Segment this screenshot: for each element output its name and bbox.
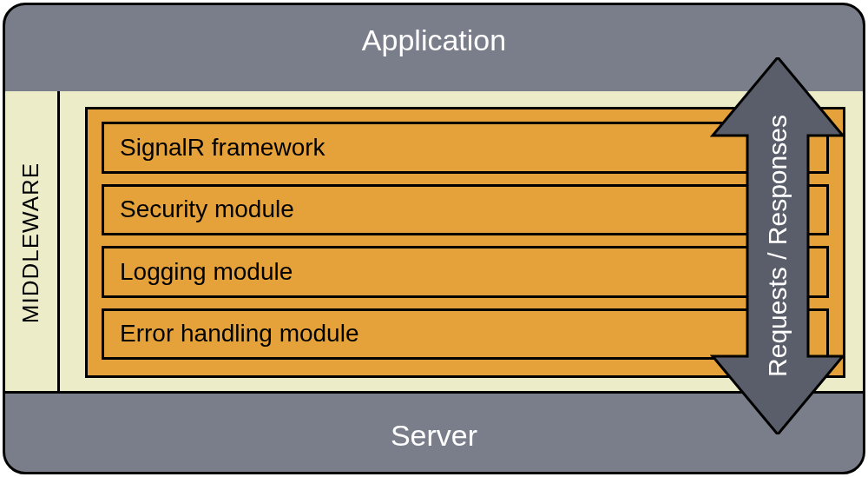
application-label: Application (362, 23, 506, 56)
module-row: Error handling module (102, 308, 829, 361)
middleware-label-strip: MIDDLEWARE (5, 91, 60, 394)
application-bar: Application (5, 5, 863, 94)
middleware-stack: SignalR framework Security module Loggin… (85, 107, 845, 378)
module-label: Error handling module (120, 320, 359, 348)
module-row: SignalR framework (102, 122, 829, 174)
module-label: Security module (120, 195, 294, 223)
server-bar: Server (5, 391, 863, 472)
module-row: Logging module (102, 246, 829, 298)
server-label: Server (391, 419, 477, 452)
module-row: Security module (102, 184, 829, 236)
middleware-band: MIDDLEWARE SignalR framework Security mo… (5, 91, 863, 394)
diagram-frame: Application MIDDLEWARE SignalR framework… (3, 3, 865, 474)
module-label: Logging module (120, 258, 293, 286)
middleware-label: MIDDLEWARE (18, 162, 45, 322)
module-label: SignalR framework (120, 134, 326, 162)
